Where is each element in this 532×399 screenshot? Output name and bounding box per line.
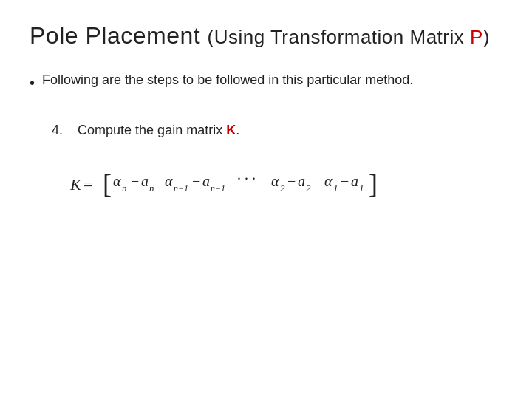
bullet-section: • Following are the steps to be followed…	[30, 70, 502, 97]
title-paren-close: )	[483, 26, 490, 48]
svg-text:n−1: n−1	[211, 183, 225, 194]
bullet-text: Following are the steps to be followed i…	[42, 70, 502, 91]
svg-text:α: α	[324, 173, 332, 189]
slide-title: Pole Placement (Using Transformation Mat…	[30, 22, 502, 50]
svg-text:· · ·: · · ·	[237, 171, 256, 187]
svg-text:n−1: n−1	[174, 183, 188, 194]
title-paren-text: (Using Transformation Matrix	[208, 26, 470, 48]
svg-text:α: α	[165, 173, 173, 189]
svg-text:1: 1	[359, 183, 364, 194]
step-text: Compute the gain matrix	[78, 123, 226, 137]
svg-text:−: −	[131, 173, 139, 189]
step-item: 4. Compute the gain matrix K.	[52, 120, 502, 141]
title-main: Pole Placement	[30, 22, 200, 49]
svg-text:a: a	[298, 173, 305, 189]
title-paren: (Using Transformation Matrix P)	[208, 26, 491, 48]
step-section: 4. Compute the gain matrix K.	[52, 120, 502, 154]
svg-text:[: [	[103, 169, 112, 199]
svg-text:α: α	[113, 173, 121, 189]
svg-text:−: −	[287, 173, 296, 189]
svg-text:α: α	[271, 173, 279, 189]
step-number: 4.	[52, 123, 63, 137]
svg-text:2: 2	[306, 183, 311, 194]
svg-text:2: 2	[280, 183, 285, 194]
svg-text:−: −	[341, 173, 349, 189]
formula-svg: .math { font-family: 'Times New Roman', …	[70, 162, 484, 214]
svg-text:1: 1	[333, 183, 338, 194]
svg-text:=: =	[83, 175, 92, 194]
svg-text:a: a	[351, 173, 358, 189]
svg-text:]: ]	[369, 169, 378, 199]
svg-text:n: n	[149, 183, 154, 194]
svg-text:a: a	[141, 173, 149, 189]
svg-text:a: a	[202, 173, 210, 189]
title-highlight: P	[470, 26, 483, 48]
step-period: .	[236, 123, 239, 137]
bullet-dot: •	[30, 72, 35, 94]
slide-container: Pole Placement (Using Transformation Mat…	[0, 0, 532, 399]
svg-text:−: −	[192, 173, 200, 189]
bullet-item: • Following are the steps to be followed…	[30, 70, 502, 94]
step-highlight: K	[226, 123, 236, 137]
svg-text:K: K	[70, 175, 82, 194]
formula-section: .math { font-family: 'Times New Roman', …	[70, 162, 502, 214]
svg-text:n: n	[122, 183, 127, 194]
